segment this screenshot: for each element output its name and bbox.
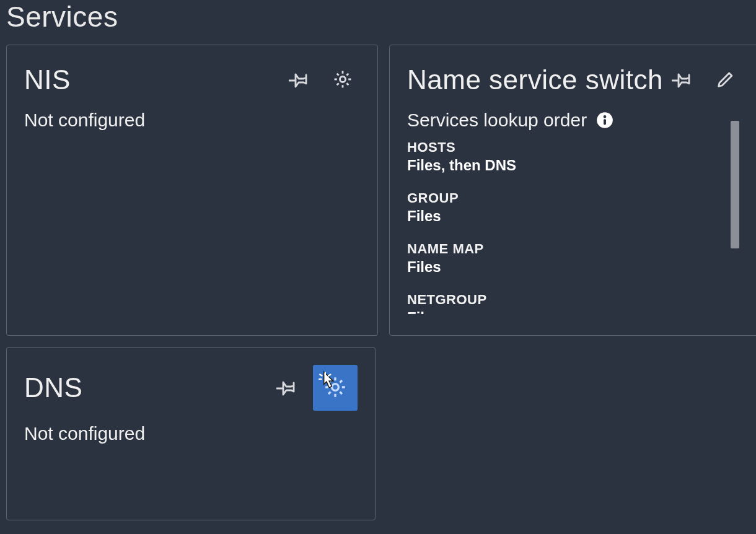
nis-card: NIS Not configured bbox=[6, 45, 378, 336]
dns-card: DNS bbox=[6, 347, 376, 520]
nss-item-netgroup: NETGROUP Files bbox=[407, 292, 718, 314]
nss-body: Services lookup order HOSTS Files, then … bbox=[407, 110, 743, 314]
nss-card: Name service switch bbox=[389, 45, 756, 336]
gear-icon bbox=[323, 375, 348, 401]
nss-item-label: NAME MAP bbox=[407, 241, 718, 257]
dns-pin-button[interactable] bbox=[270, 370, 304, 405]
pin-icon bbox=[289, 69, 310, 92]
dns-card-header: DNS bbox=[24, 365, 358, 411]
nss-edit-button[interactable] bbox=[708, 63, 743, 97]
dns-settings-button[interactable] bbox=[313, 365, 358, 411]
svg-point-2 bbox=[604, 115, 607, 118]
nis-settings-button[interactable] bbox=[325, 63, 360, 97]
nss-item-group: GROUP Files bbox=[407, 190, 718, 225]
pin-icon bbox=[276, 377, 297, 400]
dns-status: Not configured bbox=[24, 423, 358, 444]
nss-subheading-row: Services lookup order bbox=[407, 110, 718, 131]
nis-card-actions bbox=[282, 63, 360, 97]
page-title: Services bbox=[6, 0, 750, 33]
nss-scrollbar[interactable] bbox=[731, 121, 739, 248]
info-icon[interactable] bbox=[596, 111, 614, 129]
dns-card-actions bbox=[270, 365, 358, 411]
nss-item-value: Files bbox=[407, 208, 718, 225]
svg-point-4 bbox=[332, 383, 339, 390]
nis-pin-button[interactable] bbox=[282, 63, 317, 97]
svg-rect-3 bbox=[604, 119, 606, 125]
nis-status: Not configured bbox=[24, 110, 360, 131]
nss-item-label: HOSTS bbox=[407, 139, 718, 155]
pencil-icon bbox=[715, 69, 736, 92]
nis-card-header: NIS bbox=[24, 63, 360, 97]
nss-item-value: Files bbox=[407, 309, 718, 314]
cards-grid: NIS Not configured bbox=[6, 45, 750, 520]
nss-card-header: Name service switch bbox=[407, 63, 743, 97]
svg-point-0 bbox=[340, 76, 345, 82]
pin-icon bbox=[672, 69, 693, 92]
nss-item-value: Files bbox=[407, 258, 718, 276]
nss-item-label: GROUP bbox=[407, 190, 718, 206]
nss-item-hosts: HOSTS Files, then DNS bbox=[407, 139, 718, 174]
nss-card-actions bbox=[665, 63, 743, 97]
nss-card-title: Name service switch bbox=[407, 64, 663, 95]
nss-item-namemap: NAME MAP Files bbox=[407, 241, 718, 276]
gear-icon bbox=[332, 69, 353, 92]
nss-content: Services lookup order HOSTS Files, then … bbox=[407, 110, 743, 314]
dns-card-title: DNS bbox=[24, 372, 82, 403]
nss-subheading: Services lookup order bbox=[407, 110, 587, 131]
nis-card-title: NIS bbox=[24, 64, 71, 95]
nss-item-label: NETGROUP bbox=[407, 292, 718, 308]
nss-item-value: Files, then DNS bbox=[407, 157, 718, 174]
nss-pin-button[interactable] bbox=[665, 63, 700, 97]
